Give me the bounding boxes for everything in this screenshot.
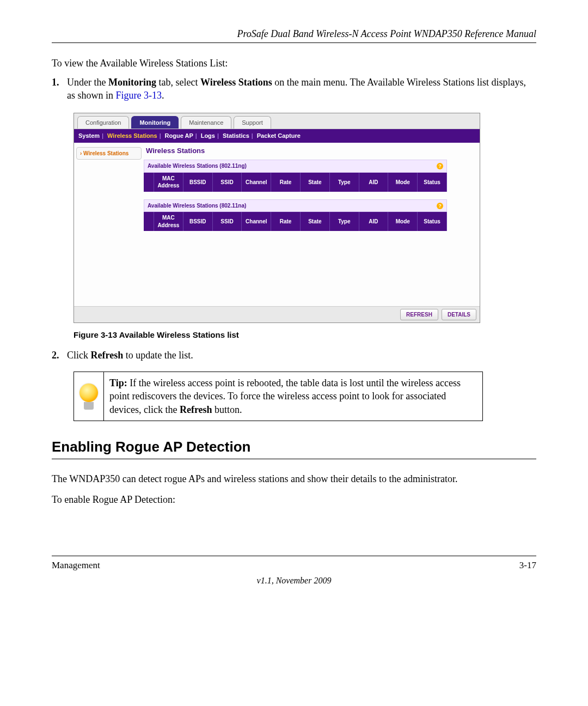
submenu-statistics[interactable]: Statistics bbox=[223, 132, 249, 139]
footer-left: Management bbox=[52, 559, 100, 572]
step-1: 1. Under the Monitoring tab, select Wire… bbox=[52, 76, 536, 102]
details-button[interactable]: DETAILS bbox=[442, 309, 476, 321]
table-ng-header: Available Wireless Stations (802.11ng) ? bbox=[144, 160, 447, 173]
step-1-body: Under the Monitoring tab, select Wireles… bbox=[67, 76, 536, 102]
screenshot-footer-bar: REFRESH DETAILS bbox=[74, 306, 480, 323]
content-panel: Wireless Stations Available Wireless Sta… bbox=[144, 143, 480, 306]
paragraph-1: The WNDAP350 can detect rogue APs and wi… bbox=[52, 472, 536, 485]
help-icon[interactable]: ? bbox=[437, 203, 443, 209]
table-na: MAC Address BSSID SSID Channel Rate Stat… bbox=[144, 212, 447, 231]
lightbulb-icon bbox=[77, 382, 100, 410]
figure-screenshot: Configuration Monitoring Maintenance Sup… bbox=[74, 113, 480, 323]
tab-support[interactable]: Support bbox=[234, 116, 271, 129]
submenu-packet-capture[interactable]: Packet Capture bbox=[257, 132, 301, 139]
table-na-wrap: Available Wireless Stations (802.11na) ?… bbox=[144, 199, 447, 232]
paragraph-2: To enable Rogue AP Detection: bbox=[52, 493, 536, 506]
step-2-body: Click Refresh to update the list. bbox=[67, 349, 536, 362]
left-sidebar: › Wireless Stations bbox=[74, 143, 144, 306]
footer-right: 3-17 bbox=[519, 559, 536, 572]
page-header-title: ProSafe Dual Band Wireless-N Access Poin… bbox=[52, 27, 536, 40]
table-ng: MAC Address BSSID SSID Channel Rate Stat… bbox=[144, 173, 447, 192]
tab-configuration[interactable]: Configuration bbox=[77, 116, 129, 129]
steps-list: 1. Under the Monitoring tab, select Wire… bbox=[52, 76, 536, 102]
steps-list-2: 2. Click Refresh to update the list. bbox=[52, 349, 536, 362]
step-2: 2. Click Refresh to update the list. bbox=[52, 349, 536, 362]
tip-text: Tip: If the wireless access point is reb… bbox=[104, 372, 482, 421]
page-footer: Management 3-17 v1.1, November 2009 bbox=[52, 556, 536, 587]
section-heading: Enabling Rogue AP Detection bbox=[52, 437, 536, 457]
submenu-wireless-stations[interactable]: Wireless Stations bbox=[107, 132, 157, 139]
figure-link[interactable]: Figure 3-13 bbox=[116, 90, 162, 101]
tip-icon-cell bbox=[74, 372, 104, 421]
tip-box: Tip: If the wireless access point is reb… bbox=[74, 372, 483, 421]
tab-monitoring[interactable]: Monitoring bbox=[131, 116, 179, 129]
footer-rule bbox=[52, 556, 536, 556]
tab-maintenance[interactable]: Maintenance bbox=[181, 116, 231, 129]
submenu-system[interactable]: System bbox=[78, 132, 100, 139]
help-icon[interactable]: ? bbox=[437, 163, 443, 169]
submenu-rogue-ap[interactable]: Rogue AP bbox=[165, 132, 193, 139]
intro-text: To view the Available Wireless Stations … bbox=[52, 57, 536, 70]
step-1-number: 1. bbox=[52, 76, 67, 102]
top-tab-row: Configuration Monitoring Maintenance Sup… bbox=[74, 113, 480, 129]
table-ng-columns: MAC Address BSSID SSID Channel Rate Stat… bbox=[144, 173, 447, 192]
table-na-header: Available Wireless Stations (802.11na) ? bbox=[144, 199, 447, 212]
footer-version: v1.1, November 2009 bbox=[52, 575, 536, 587]
figure-caption: Figure 3-13 Available Wireless Stations … bbox=[74, 330, 536, 340]
header-rule bbox=[52, 42, 536, 43]
section-rule bbox=[52, 459, 536, 459]
submenu-logs[interactable]: Logs bbox=[201, 132, 215, 139]
sidebar-item-wireless-stations[interactable]: › Wireless Stations bbox=[76, 147, 142, 160]
panel-title: Wireless Stations bbox=[146, 146, 480, 156]
table-na-columns: MAC Address BSSID SSID Channel Rate Stat… bbox=[144, 212, 447, 231]
refresh-button[interactable]: REFRESH bbox=[400, 309, 438, 321]
step-2-number: 2. bbox=[52, 349, 67, 362]
table-ng-wrap: Available Wireless Stations (802.11ng) ?… bbox=[144, 160, 447, 192]
submenu-bar: System| Wireless Stations| Rogue AP| Log… bbox=[74, 129, 480, 143]
